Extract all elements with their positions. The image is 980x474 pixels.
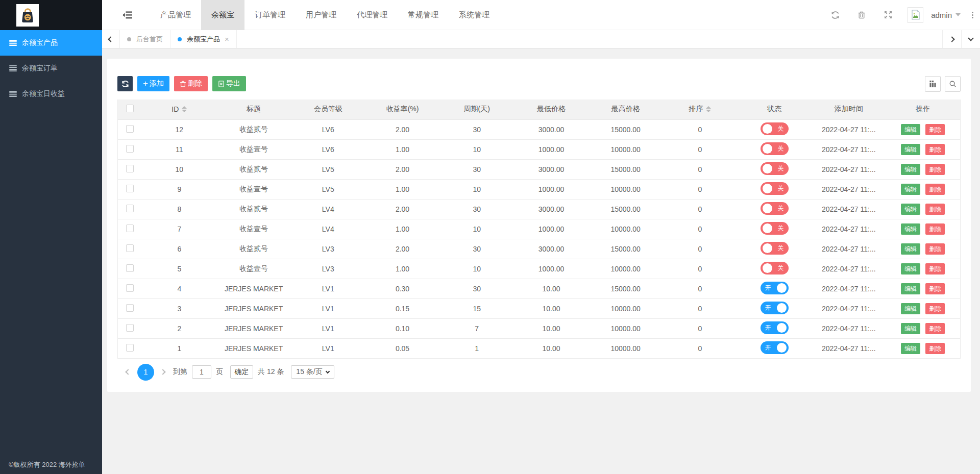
- row-checkbox[interactable]: [126, 224, 134, 232]
- cell-max: 15000.00: [589, 239, 663, 259]
- status-switch[interactable]: 开: [761, 302, 789, 314]
- delete-row-button[interactable]: 删除: [925, 303, 945, 314]
- edit-button[interactable]: 编辑: [901, 144, 920, 155]
- cell-min: 3000.00: [514, 159, 589, 179]
- status-switch[interactable]: 关: [761, 142, 789, 155]
- delete-row-button[interactable]: 删除: [925, 223, 945, 235]
- nav-item-2[interactable]: 订单管理: [244, 0, 296, 30]
- row-checkbox[interactable]: [126, 165, 134, 172]
- sidebar-item-2[interactable]: 余额宝日收益: [0, 81, 102, 107]
- edit-button[interactable]: 编辑: [901, 283, 920, 294]
- delete-button[interactable]: 删除: [174, 76, 208, 91]
- cell-period: 30: [439, 119, 514, 139]
- status-switch[interactable]: 开: [761, 282, 789, 294]
- row-checkbox[interactable]: [126, 344, 134, 352]
- cell-min: 3000.00: [514, 239, 589, 259]
- sort-icon[interactable]: [182, 106, 187, 112]
- tab-1[interactable]: 余额宝产品×: [170, 30, 237, 48]
- excel-file-icon: [218, 81, 225, 87]
- tab-close-icon[interactable]: ×: [225, 35, 229, 43]
- nav-item-6[interactable]: 系统管理: [449, 0, 500, 30]
- current-page-button[interactable]: 1: [137, 364, 154, 381]
- goto-label: 到第: [173, 367, 187, 377]
- next-page-icon[interactable]: [160, 369, 165, 375]
- goto-page-input[interactable]: [192, 365, 211, 379]
- status-switch[interactable]: 关: [761, 182, 789, 195]
- nav-item-1[interactable]: 余额宝: [201, 0, 244, 30]
- delete-row-button[interactable]: 删除: [925, 204, 945, 215]
- table-body: 12收益贰号LV62.00303000.0015000.000关2022-04-…: [118, 119, 961, 358]
- clear-cache-icon[interactable]: [857, 11, 866, 19]
- row-checkbox[interactable]: [126, 145, 134, 153]
- delete-row-button[interactable]: 删除: [925, 164, 945, 175]
- fullscreen-icon[interactable]: [884, 11, 893, 19]
- nav-item-3[interactable]: 用户管理: [296, 0, 347, 30]
- edit-button[interactable]: 编辑: [901, 164, 920, 175]
- status-switch[interactable]: 关: [761, 222, 789, 235]
- nav-item-5[interactable]: 常规管理: [398, 0, 449, 30]
- sidebar-item-0[interactable]: 余额宝产品: [0, 30, 102, 56]
- select-all-checkbox[interactable]: [126, 105, 134, 112]
- row-checkbox[interactable]: [126, 125, 134, 133]
- collapse-menu-icon[interactable]: [122, 11, 133, 19]
- edit-button[interactable]: 编辑: [901, 204, 920, 215]
- delete-row-button[interactable]: 删除: [925, 323, 945, 334]
- tabs-scroll-right[interactable]: [942, 30, 961, 48]
- edit-button[interactable]: 编辑: [901, 243, 920, 255]
- sort-icon[interactable]: [706, 106, 711, 112]
- user-menu[interactable]: admin: [931, 11, 961, 19]
- edit-button[interactable]: 编辑: [901, 184, 920, 195]
- sidebar-item-1[interactable]: 余额宝订单: [0, 56, 102, 81]
- tab-0[interactable]: 后台首页: [120, 30, 170, 48]
- status-switch[interactable]: 开: [761, 321, 789, 334]
- status-switch[interactable]: 关: [761, 242, 789, 255]
- export-button[interactable]: 导出: [212, 76, 246, 91]
- row-checkbox[interactable]: [126, 324, 134, 332]
- delete-row-button[interactable]: 删除: [925, 124, 945, 135]
- toggle-columns-button[interactable]: [925, 76, 941, 92]
- row-checkbox[interactable]: [126, 264, 134, 272]
- switch-knob: [763, 263, 772, 273]
- delete-row-button[interactable]: 删除: [925, 144, 945, 155]
- edit-button[interactable]: 编辑: [901, 124, 920, 135]
- delete-row-button[interactable]: 删除: [925, 263, 945, 275]
- cell-max: 15000.00: [589, 119, 663, 139]
- page-size-select[interactable]: 15 条/页: [291, 365, 334, 379]
- cell-level: LV5: [291, 179, 365, 199]
- delete-row-button[interactable]: 删除: [925, 283, 945, 294]
- refresh-table-button[interactable]: [117, 76, 133, 91]
- app-logo: [16, 4, 39, 27]
- nav-item-0[interactable]: 产品管理: [150, 0, 201, 30]
- nav-item-4[interactable]: 代理管理: [347, 0, 398, 30]
- edit-button[interactable]: 编辑: [901, 323, 920, 334]
- status-switch[interactable]: 关: [761, 262, 789, 275]
- row-checkbox[interactable]: [126, 304, 134, 312]
- edit-button[interactable]: 编辑: [901, 263, 920, 275]
- cell-id: 4: [142, 279, 217, 298]
- status-switch[interactable]: 关: [761, 162, 789, 175]
- edit-button[interactable]: 编辑: [901, 343, 920, 354]
- more-options-icon[interactable]: [972, 12, 973, 18]
- delete-row-button[interactable]: 删除: [925, 243, 945, 255]
- search-button[interactable]: [945, 76, 961, 92]
- row-checkbox[interactable]: [126, 205, 134, 212]
- user-avatar[interactable]: [908, 7, 923, 23]
- refresh-icon[interactable]: [831, 11, 840, 19]
- prev-page-icon[interactable]: [125, 369, 131, 375]
- row-checkbox[interactable]: [126, 284, 134, 292]
- tabs-scroll-left[interactable]: [102, 30, 120, 48]
- edit-button[interactable]: 编辑: [901, 223, 920, 235]
- delete-row-button[interactable]: 删除: [925, 343, 945, 354]
- tabs-dropdown[interactable]: [961, 30, 980, 48]
- status-switch[interactable]: 关: [761, 202, 789, 215]
- status-switch[interactable]: 开: [761, 341, 789, 354]
- goto-confirm-button[interactable]: 确定: [230, 365, 253, 379]
- table-row-4: 4JERJES MARKETLV10.303010.0015000.000开20…: [118, 279, 961, 298]
- status-switch[interactable]: 关: [761, 122, 789, 135]
- list-icon: [9, 91, 17, 97]
- edit-button[interactable]: 编辑: [901, 303, 920, 314]
- add-button[interactable]: + 添加: [137, 76, 169, 91]
- row-checkbox[interactable]: [126, 244, 134, 252]
- row-checkbox[interactable]: [126, 185, 134, 192]
- delete-row-button[interactable]: 删除: [925, 184, 945, 195]
